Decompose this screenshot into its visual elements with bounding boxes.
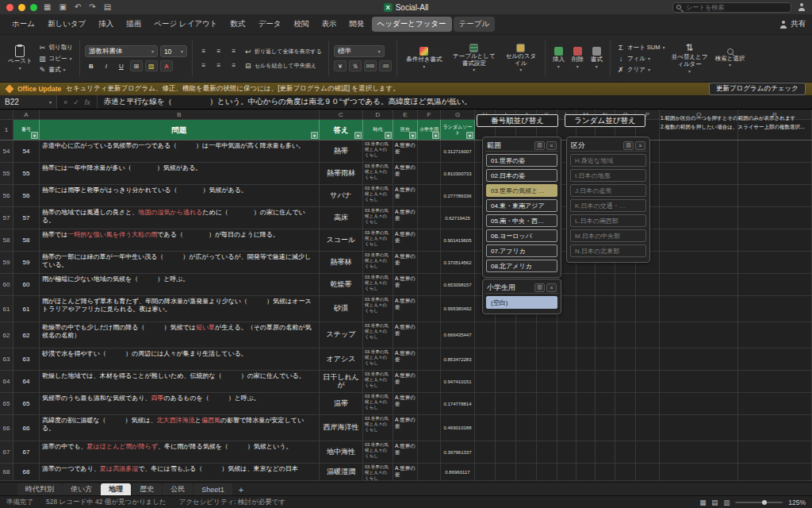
- multiselect-icon[interactable]: ▥: [534, 283, 545, 292]
- print-icon[interactable]: ▤: [102, 3, 113, 11]
- filter-icon[interactable]: ▼: [466, 132, 473, 139]
- empty-cell[interactable]: [615, 371, 636, 392]
- cell-number[interactable]: 61: [13, 296, 40, 321]
- row-header-63[interactable]: 63: [0, 348, 13, 370]
- conditional-formatting-button[interactable]: 条件付き書式▾: [402, 38, 446, 79]
- empty-cell[interactable]: [596, 296, 615, 321]
- cell-number[interactable]: 60: [13, 274, 40, 295]
- tab-custom[interactable]: 新しいタブ: [42, 17, 91, 32]
- cell-era[interactable]: 03.世界の気候と人々のくらし: [363, 441, 393, 463]
- cell-elementary[interactable]: [418, 252, 441, 273]
- column-header-A[interactable]: A: [13, 110, 40, 119]
- empty-cell[interactable]: [660, 441, 738, 463]
- cell-elementary[interactable]: [418, 348, 441, 370]
- empty-cell[interactable]: [475, 415, 496, 441]
- row-header-54[interactable]: 54: [0, 140, 13, 162]
- tab-draw[interactable]: 描画: [121, 17, 147, 32]
- merge-center-button[interactable]: ⊟セルを結合して中央揃え: [243, 61, 318, 71]
- cell-era[interactable]: 03.世界の気候と人々のくらし: [363, 140, 393, 162]
- percent-format-button[interactable]: ％: [349, 60, 362, 71]
- decimal-button[interactable]: .00: [379, 60, 392, 71]
- view-normal-icon[interactable]: ▦: [699, 498, 706, 506]
- select-all-corner[interactable]: [0, 110, 13, 119]
- cell-answer[interactable]: 日干しれんが: [320, 371, 363, 392]
- cell-elementary[interactable]: [418, 185, 441, 206]
- empty-cell[interactable]: [636, 322, 660, 348]
- cell-question[interactable]: 熱帯には一年中降水量が多い（ ）気候がある。: [40, 163, 320, 184]
- cell-elementary[interactable]: [418, 274, 441, 295]
- cell-question[interactable]: 乾燥帯の中でも少しだけ雨の降る（ ）気候では短い草が生える。（その草原の名前が気…: [40, 322, 320, 348]
- tab-home[interactable]: ホーム: [6, 17, 40, 32]
- cell-random-sort[interactable]: 0.277786336: [441, 185, 475, 206]
- filter-icon[interactable]: ▼: [31, 132, 38, 139]
- clear-filter-icon[interactable]: ×: [546, 141, 557, 150]
- empty-cell[interactable]: [537, 371, 557, 392]
- empty-cell[interactable]: [537, 415, 557, 441]
- cell-answer[interactable]: 地中海性: [320, 441, 363, 463]
- empty-cell[interactable]: [738, 322, 812, 348]
- multiselect-icon[interactable]: ▥: [534, 141, 545, 150]
- empty-cell[interactable]: [738, 252, 812, 273]
- undo-icon[interactable]: ↶: [73, 3, 82, 11]
- empty-cell[interactable]: [475, 371, 496, 392]
- cell-era[interactable]: 03.世界の気候と人々のくらし: [363, 185, 393, 206]
- empty-cell[interactable]: [636, 296, 660, 321]
- row-header-55[interactable]: 55: [0, 163, 13, 184]
- cell-answer[interactable]: 乾燥帯: [320, 274, 363, 295]
- currency-format-button[interactable]: ¥: [334, 60, 347, 71]
- slicer-item[interactable]: K.日本の交通・…: [570, 199, 646, 212]
- cell-answer[interactable]: 熱帯林: [320, 252, 363, 273]
- cell-answer[interactable]: スコール: [320, 229, 363, 251]
- cell-elementary[interactable]: [418, 296, 441, 321]
- sheet-tab-koumin[interactable]: 公民: [163, 483, 193, 495]
- empty-cell[interactable]: [738, 185, 812, 206]
- cell-random-sort[interactable]: 0.174778814: [441, 393, 475, 414]
- empty-cell[interactable]: [557, 371, 576, 392]
- cell-elementary[interactable]: [418, 441, 441, 463]
- empty-cell[interactable]: [557, 464, 576, 480]
- empty-cell[interactable]: [576, 274, 596, 295]
- empty-cell[interactable]: [636, 415, 660, 441]
- cell-answer[interactable]: 温暖湿潤: [320, 464, 363, 480]
- cell-random-sort[interactable]: 0.810300733: [441, 163, 475, 184]
- cell-category[interactable]: A.世界の姿: [393, 415, 418, 441]
- cell-category[interactable]: A.世界の姿: [393, 464, 418, 480]
- column-header-F[interactable]: F: [418, 110, 441, 119]
- comma-format-button[interactable]: 000: [364, 60, 377, 71]
- empty-cell[interactable]: [475, 441, 496, 463]
- cell-number[interactable]: 55: [13, 163, 40, 184]
- empty-cell[interactable]: [738, 229, 812, 251]
- empty-cell[interactable]: [615, 348, 636, 370]
- empty-cell[interactable]: [738, 464, 812, 480]
- cell-elementary[interactable]: [418, 393, 441, 414]
- cell-header-number[interactable]: 番号▼: [13, 120, 40, 140]
- sheet-tab-jidai[interactable]: 時代判別: [17, 483, 62, 495]
- empty-cell[interactable]: [496, 371, 516, 392]
- cancel-entry-icon[interactable]: ×: [63, 98, 67, 106]
- empty-cell[interactable]: [660, 322, 738, 348]
- bold-button[interactable]: B: [85, 60, 98, 71]
- empty-cell[interactable]: [537, 393, 557, 414]
- cell-question[interactable]: 温帯の中でも、夏はほとんど雨が降らず、冬に雨が降る気候を（ ）気候という。: [40, 441, 320, 463]
- cell-answer[interactable]: サバナ: [320, 185, 363, 206]
- cell-category[interactable]: A.世界の姿: [393, 348, 418, 370]
- autosum-button[interactable]: Σオート SUM▾: [615, 43, 667, 52]
- cell-number[interactable]: 68: [13, 464, 40, 480]
- row-header-56[interactable]: 56: [0, 185, 13, 206]
- tab-table[interactable]: テーブル: [454, 17, 496, 32]
- row-header-65[interactable]: 65: [0, 393, 13, 414]
- format-painter-button[interactable]: ✎書式▾: [37, 65, 75, 75]
- empty-cell[interactable]: [596, 322, 615, 348]
- cell-header-elementary[interactable]: 小学生用▼: [418, 120, 441, 140]
- tab-review[interactable]: 校閲: [289, 17, 315, 32]
- cell-question[interactable]: 熱帯の地域では風通しの良さと、地面の湿気から逃れるために（ ）の家に住んでいる。: [40, 207, 320, 229]
- cell-category[interactable]: A.世界の姿: [393, 229, 418, 251]
- empty-cell[interactable]: [738, 296, 812, 321]
- copy-button[interactable]: ▥コピー▾: [37, 54, 75, 64]
- align-right-icon[interactable]: ≡: [228, 60, 240, 71]
- row-header-64[interactable]: 64: [0, 371, 13, 392]
- cell-era[interactable]: 03.世界の気候と人々のくらし: [363, 252, 393, 273]
- cell-answer[interactable]: 熱帯雨林: [320, 163, 363, 184]
- filter-icon[interactable]: ▼: [385, 132, 392, 139]
- empty-cell[interactable]: [660, 464, 738, 480]
